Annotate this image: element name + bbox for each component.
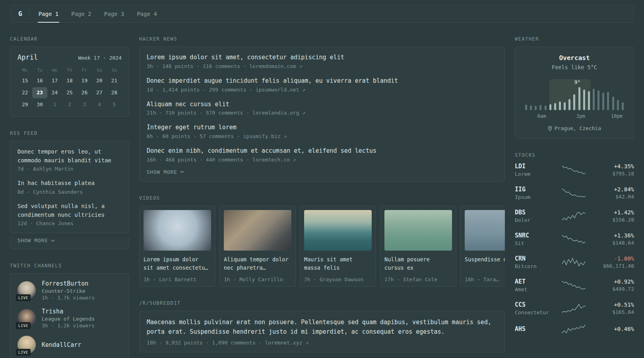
video-thumbnail[interactable] xyxy=(465,210,505,251)
calendar-day: 5 xyxy=(107,99,122,110)
top-nav: G Page 1 Page 2 Page 3 Page 4 xyxy=(10,5,634,23)
video-title[interactable]: Suspendisse diam xyxy=(465,255,505,273)
hackernews-item-title[interactable]: Donec enim nibh, condimentum et accumsan… xyxy=(147,147,497,156)
subreddit-post-domain-link[interactable]: loremnet.xyz ↗ xyxy=(265,340,308,346)
rss-item: Sed volutpat nulla nisl, a condimentum n… xyxy=(17,202,122,226)
hackernews-item-title[interactable]: Lorem ipsum dolor sit amet, consectetur … xyxy=(147,53,497,62)
hackernews-item-domain-link[interactable]: loremdomain.com ↗ xyxy=(249,63,302,69)
stock-ticker[interactable]: SNRC xyxy=(515,232,551,239)
stock-row[interactable]: DBS Dolor +1.42% $156.28 xyxy=(515,209,634,223)
video-thumbnail[interactable] xyxy=(224,210,291,251)
chevron-down-icon xyxy=(180,171,184,173)
hackernews-item-domain-link[interactable]: loremtech.co ↗ xyxy=(252,157,296,163)
stock-row[interactable]: AHS +0.46% xyxy=(515,324,634,334)
channel-name[interactable]: Trisha xyxy=(42,308,95,315)
stock-change-percent: +4.35% xyxy=(596,163,634,169)
avatar: LIVE xyxy=(17,309,36,327)
hackernews-item-title[interactable]: Aliquam nec cursus elit xyxy=(147,100,497,109)
subreddit-post-title[interactable]: Maecenas mollis pulvinar erat non posuer… xyxy=(147,317,497,337)
stock-row[interactable]: IIG Ipsum +2.84% $42.04 xyxy=(515,186,634,200)
calendar-day: 25 xyxy=(62,87,77,98)
weather-hour-bar xyxy=(559,101,561,110)
stock-id: CRN Bitcorn xyxy=(515,255,551,269)
hackernews-item-title[interactable]: Integer eget rutrum lorem xyxy=(147,123,497,132)
video-card[interactable]: Lorem ipsum dolor sit amet consectetu… 1… xyxy=(139,206,215,287)
rss-show-more-button[interactable]: SHOW MORE xyxy=(17,237,55,243)
weather-hour-bar xyxy=(617,100,619,110)
stock-id: DBS Dolor xyxy=(515,209,551,223)
nav-tab[interactable]: Page 4 xyxy=(130,5,163,22)
hackernews-item-domain-link[interactable]: ipsumworld.net ↗ xyxy=(256,87,305,93)
stock-row[interactable]: LDI Lorem +4.35% $795.18 xyxy=(515,163,634,177)
twitch-channel-row[interactable]: LIVE ForrestBurton Counter-Strike 1h · 1… xyxy=(17,280,122,301)
hackernews-item-domain-link[interactable]: ipsumify.biz ↗ xyxy=(243,133,287,139)
video-title[interactable]: Nullam posuere cursus ex xyxy=(384,255,452,273)
stock-row[interactable]: AET Amet +0.92% $499.72 xyxy=(515,278,634,292)
stock-row[interactable]: SNRC Sit +1.36% $148.64 xyxy=(515,232,634,246)
calendar-widget: CALENDAR April Week 17 · 2024 Mo Tu We T… xyxy=(10,36,129,117)
stock-change-percent: +1.36% xyxy=(596,232,634,239)
videos-widget: VIDEOS Lorem ipsum dolor sit amet consec… xyxy=(139,195,505,287)
calendar-day: 26 xyxy=(77,87,92,98)
rss-item: Donec tempor eros leo, ut commodo mauris… xyxy=(17,148,122,172)
stock-row[interactable]: CRN Bitcorn -1.00% $66,171.48 xyxy=(515,255,634,269)
rss-item-title[interactable]: Sed volutpat nulla nisl, a condimentum n… xyxy=(17,202,122,219)
left-column: CALENDAR April Week 17 · 2024 Mo Tu We T… xyxy=(10,36,129,358)
hackernews-item-title[interactable]: Donec imperdiet augue tincidunt felis al… xyxy=(147,77,497,86)
video-card[interactable]: Nullam posuere cursus ex 17h · Stefan Co… xyxy=(380,206,456,287)
stock-price: $165.84 xyxy=(596,309,634,315)
calendar-card: April Week 17 · 2024 Mo Tu We Th Fr xyxy=(10,47,129,117)
stock-sparkline xyxy=(551,211,596,221)
hackernews-item-domain-link[interactable]: loremlandia.org ↗ xyxy=(252,110,305,116)
weather-widget-title: WEATHER xyxy=(515,36,634,42)
nav-tab[interactable]: Page 2 xyxy=(65,5,98,22)
rss-item-title[interactable]: Donec tempor eros leo, ut commodo mauris… xyxy=(17,148,122,165)
video-title[interactable]: Mauris sit amet massa felis xyxy=(304,255,372,273)
weather-hour-bar xyxy=(539,105,541,110)
video-thumbnail[interactable] xyxy=(144,210,211,251)
live-badge: LIVE xyxy=(16,349,31,356)
video-meta: 17h · Stefan Cole xyxy=(384,276,452,282)
stock-sparkline xyxy=(551,257,596,267)
stock-sparkline xyxy=(551,304,596,313)
video-card[interactable]: Mauris sit amet massa felis 7h · Grayson… xyxy=(300,206,376,287)
stock-ticker[interactable]: CCS xyxy=(515,301,551,308)
stock-change-percent: +0.92% xyxy=(596,278,634,285)
rss-item-title[interactable]: In hac habitasse platea xyxy=(17,179,122,188)
rss-item: In hac habitasse platea 8d · Cynthia Sau… xyxy=(17,179,122,195)
stock-ticker[interactable]: CRN xyxy=(515,255,551,262)
stock-change-percent: +2.84% xyxy=(596,186,634,193)
weather-hour-bar xyxy=(578,87,580,110)
stock-ticker[interactable]: IIG xyxy=(515,186,551,193)
stock-name: Lorem xyxy=(515,171,551,177)
video-card[interactable]: Suspendisse diam 18h · Tara… xyxy=(460,206,505,287)
weather-time-label: 6am xyxy=(537,113,546,119)
weather-hour-bar xyxy=(535,106,537,110)
video-thumbnail[interactable] xyxy=(384,210,452,251)
stock-ticker[interactable]: AHS xyxy=(515,325,551,333)
twitch-channel-row[interactable]: LIVE Trisha League of Legends 3h · 1.2k … xyxy=(17,308,122,329)
nav-tab[interactable]: Page 1 xyxy=(32,5,65,22)
video-title[interactable]: Lorem ipsum dolor sit amet consectetu… xyxy=(144,255,211,273)
video-title[interactable]: Aliquam tempor dolor nec pharetra… xyxy=(224,255,291,273)
stock-row[interactable]: CCS Consectetur +0.51% $165.84 xyxy=(515,301,634,315)
stock-sparkline xyxy=(551,280,596,290)
avatar: LIVE xyxy=(17,336,36,354)
stock-ticker[interactable]: DBS xyxy=(515,209,551,216)
app-logo[interactable]: G xyxy=(16,5,29,22)
channel-name[interactable]: ForrestBurton xyxy=(42,280,95,287)
stock-ticker[interactable]: LDI xyxy=(515,163,551,170)
stock-ticker[interactable]: AET xyxy=(515,278,551,285)
channel-info: KendallCarr xyxy=(42,341,81,348)
channel-name[interactable]: KendallCarr xyxy=(42,341,81,348)
video-thumbnail[interactable] xyxy=(304,210,372,251)
calendar-weekday: Tu xyxy=(32,64,47,75)
live-badge: LIVE xyxy=(16,322,31,329)
center-column: HACKER NEWS Lorem ipsum dolor sit amet, … xyxy=(139,36,505,358)
hackernews-item-meta: 6h · 60 points · 57 comments · ipsumify.… xyxy=(147,133,497,139)
hackernews-show-more-button[interactable]: SHOW MORE xyxy=(147,169,184,175)
video-card[interactable]: Aliquam tempor dolor nec pharetra… 1h · … xyxy=(219,206,296,287)
channel-info: Trisha League of Legends 3h · 1.2k viewe… xyxy=(42,308,95,329)
twitch-channel-row[interactable]: LIVE KendallCarr xyxy=(17,336,122,354)
nav-tab[interactable]: Page 3 xyxy=(98,5,131,22)
